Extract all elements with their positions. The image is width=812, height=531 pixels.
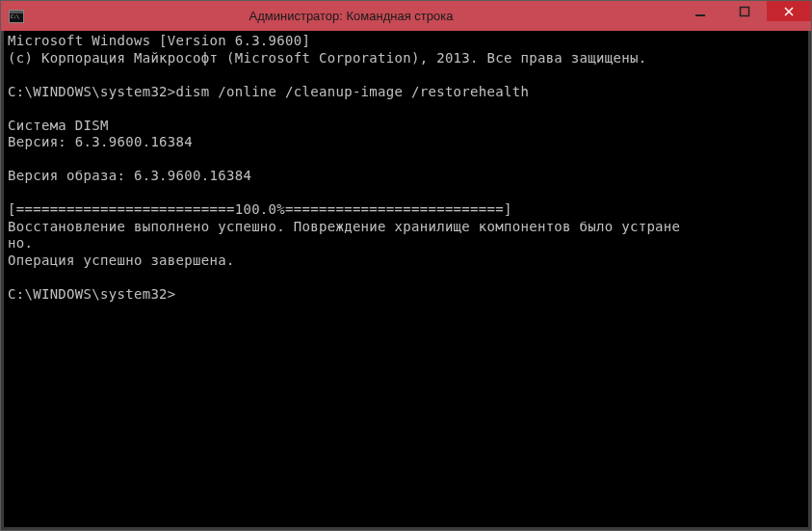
console-line: C:\WINDOWS\system32> [8,286,176,302]
svg-rect-1 [741,7,749,15]
window-title: Администратор: Командная строка [24,9,678,23]
maximize-button[interactable] [722,1,767,21]
window-controls [678,1,811,31]
console-line: Microsoft Windows [Version 6.3.9600] [8,33,310,48]
titlebar[interactable]: C:\ Администратор: Командная строка [1,1,811,31]
console-output[interactable]: Microsoft Windows [Version 6.3.9600] (c)… [1,31,811,530]
console-line: C:\WINDOWS\system32>dism /online /cleanu… [8,84,529,99]
console-line: Cиcтeмa DISM [8,118,109,133]
console-line: Версия: 6.3.9600.16384 [8,134,193,149]
command-prompt-window: C:\ Администратор: Командная строка Micr… [0,0,812,531]
minimize-button[interactable] [678,1,722,21]
console-line: Восстановление выполнено успешно. Повреж… [8,219,680,234]
console-line: [==========================100.0%=======… [8,201,512,217]
console-line: Версия образа: 6.3.9600.16384 [8,168,251,183]
console-line: но. [8,235,33,251]
cmd-icon: C:\ [9,10,24,23]
console-line: Операция успешно завершена. [8,252,235,268]
close-button[interactable] [767,1,811,21]
console-line: (c) Корпорация Майкрософт (Microsoft Cor… [8,50,646,66]
